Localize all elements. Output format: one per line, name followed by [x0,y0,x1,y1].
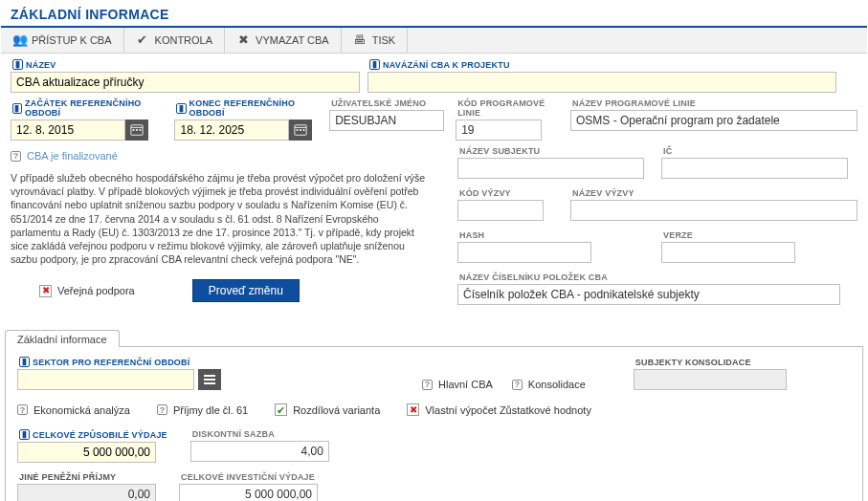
explain-text: V případě služeb obecného hospodářského … [11,171,432,266]
celkove-vydaje-input[interactable] [17,442,156,463]
konsolidace-check[interactable]: ? Konsolidace [512,379,586,390]
ic-label: IČ [663,146,857,156]
required-icon: ▮ [12,59,23,70]
required-icon: ▮ [19,429,30,440]
ciselnik-label: NÁZEV ČÍSELNÍKU POLOŽEK CBA [459,272,857,282]
form-body: ▮NÁZEV ▮NAVÁZÁNÍ CBA K PROJEKTU ▮ZAČÁTEK… [1,54,867,316]
required-icon: ▮ [19,357,30,367]
svg-rect-9 [303,129,305,131]
nazev-subjektu-input [457,158,644,179]
investicni-input [179,484,318,501]
basic-info-panel: ▮SEKTOR PRO REFERENČNÍ OBDOBÍ ? Hlavní C… [5,347,863,501]
section-header: ZÁKLADNÍ INFORMACE [1,1,867,28]
print-icon: 🖶 [353,33,367,47]
proved-zmenu-button[interactable]: Proveď změnu [192,279,300,302]
svg-rect-4 [139,129,141,131]
zacatek-date-picker[interactable] [125,120,148,141]
svg-rect-7 [297,129,299,131]
tab-basic-info[interactable]: Základní informace [5,330,120,347]
required-icon: ▮ [369,59,380,70]
vymazat-button[interactable]: ✖ VYMAZAT CBA [225,28,342,53]
toolbar: 👥 PŘÍSTUP K CBA ✔ KONTROLA ✖ VYMAZAT CBA… [1,28,867,54]
calendar-icon [294,123,307,137]
kontrola-button[interactable]: ✔ KONTROLA [124,28,226,53]
required-icon: ▮ [176,103,186,114]
check-group: ? Ekonomická analýza ? Příjmy dle čl. 61… [17,403,851,416]
calendar-icon [130,123,144,137]
konec-input[interactable] [174,120,289,141]
nazevlinie-label: NÁZEV PROGRAMOVÉ LINIE [572,98,857,108]
verejna-podpora-label: Veřejná podpora [57,285,135,296]
list-icon [204,374,215,385]
page-title: ZÁKLADNÍ INFORMACE [11,7,857,22]
hash-label: HASH [459,230,654,240]
svg-rect-8 [300,129,301,131]
tisk-label: TISK [372,34,395,46]
help-icon[interactable]: ? [11,151,21,162]
svg-rect-10 [204,375,215,377]
vlastni-vypocet-check[interactable]: Vlastní výpočet Zůstatkové hodnoty [407,403,591,416]
nazev-subjektu-label: NÁZEV SUBJEKTU [459,146,654,156]
checkbox-false-icon [407,403,419,416]
nazev-vyzvy-label: NÁZEV VÝZVY [572,188,857,198]
celkove-vydaje-label: ▮CELKOVÉ ZPŮSOBILÉ VÝDAJE [19,429,167,440]
verejna-podpora-check[interactable]: Veřejná podpora [39,285,135,297]
kodlinie-input [456,120,542,141]
required-icon: ▮ [12,103,22,114]
prijmy-cl61-check[interactable]: ? Příjmy dle čl. 61 [157,404,248,416]
sektor-label: ▮SEKTOR PRO REFERENČNÍ OBDOBÍ [19,357,221,367]
diskontni-label: DISKONTNÍ SAZBA [192,429,329,439]
hlavni-cba-check[interactable]: ? Hlavní CBA [422,379,493,390]
access-cba-label: PŘÍSTUP K CBA [32,34,112,46]
ciselnik-input [457,284,840,305]
sektor-input[interactable] [17,369,194,390]
navazani-input[interactable] [367,72,836,93]
uzivatel-input [329,110,444,131]
uzivatel-label: UŽIVATELSKÉ JMÉNO [331,98,444,108]
help-icon[interactable]: ? [512,380,523,390]
access-cba-button[interactable]: 👥 PŘÍSTUP K CBA [1,28,124,53]
rozdilova-check[interactable]: Rozdílová varianta [275,403,380,416]
hash-input [457,242,591,263]
prijmy-cl61-label: Příjmy dle čl. 61 [173,404,248,416]
tisk-button[interactable]: 🖶 TISK [342,28,408,53]
svg-rect-3 [136,129,138,131]
help-icon[interactable]: ? [422,380,433,390]
vymazat-label: VYMAZAT CBA [256,34,329,46]
checkbox-true-icon [275,403,287,416]
nazev-input[interactable] [11,72,360,93]
subjekty-kons-input [634,369,787,390]
verze-label: VERZE [663,230,857,240]
jine-prijmy-input [17,484,156,501]
help-icon[interactable]: ? [157,404,167,415]
people-icon: 👥 [12,33,26,47]
ic-input [661,158,848,179]
kontrola-label: KONTROLA [155,34,213,46]
svg-rect-12 [204,382,215,384]
zacatek-label: ▮ZAČÁTEK REFERENČNÍHO OBDOBÍ [12,98,163,118]
sektor-lookup-button[interactable] [198,369,221,390]
nazev-vyzvy-input [570,200,857,221]
konec-date-picker[interactable] [289,120,312,141]
tabstrip: Základní informace [5,326,863,347]
nazevlinie-input [570,110,857,131]
help-icon[interactable]: ? [17,404,28,415]
check-icon: ✔ [136,33,149,47]
svg-rect-11 [204,379,215,381]
kod-vyzvy-label: KÓD VÝZVY [459,188,563,198]
ekon-analyza-label: Ekonomická analýza [33,404,130,416]
navazani-label: ▮NAVÁZÁNÍ CBA K PROJEKTU [369,59,857,70]
page-root: ZÁKLADNÍ INFORMACE 👥 PŘÍSTUP K CBA ✔ KON… [0,0,868,501]
zacatek-input[interactable] [11,120,125,141]
hlavni-cba-label: Hlavní CBA [438,379,493,390]
diskontni-input [190,441,329,462]
investicni-label: CELKOVÉ INVESTIČNÍ VÝDAJE [181,472,318,482]
ekon-analyza-check[interactable]: ? Ekonomická analýza [17,404,130,416]
delete-icon: ✖ [236,33,250,47]
finalized-row: ? CBA je finalizované [11,150,446,162]
kod-vyzvy-input [457,200,544,221]
verze-input [661,242,795,263]
checkbox-false-icon [39,285,52,297]
subjekty-kons-label: SUBJEKTY KONSOLIDACE [635,358,787,367]
konec-label: ▮KONEC REFERENČNÍHO OBDOBÍ [176,98,318,118]
